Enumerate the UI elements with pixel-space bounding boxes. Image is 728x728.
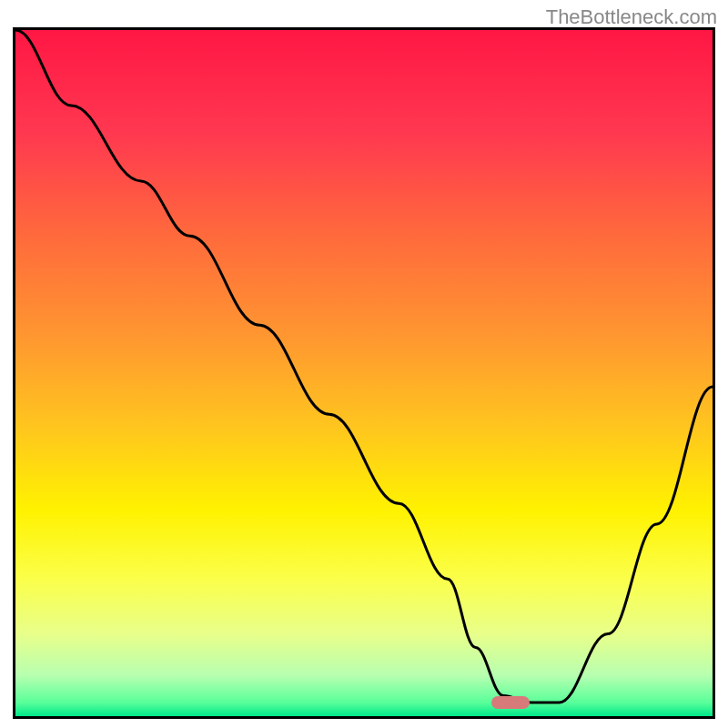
optimal-marker xyxy=(491,696,530,709)
watermark-text: TheBottleneck.com xyxy=(546,5,717,29)
chart-frame xyxy=(13,27,715,719)
bottleneck-curve xyxy=(15,30,713,716)
